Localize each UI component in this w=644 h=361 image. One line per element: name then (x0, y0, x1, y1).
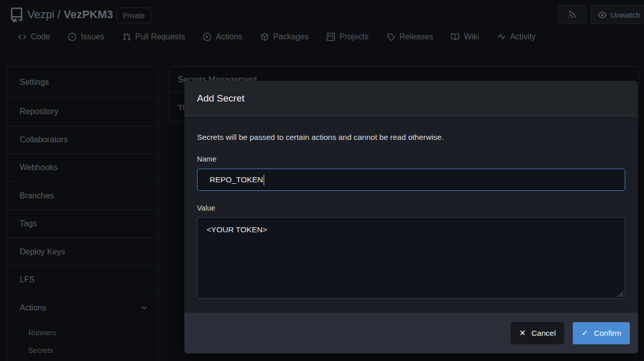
add-secret-modal: Add Secret Secrets will be passed to cer… (184, 81, 638, 353)
close-icon: ✕ (519, 328, 526, 338)
cancel-button[interactable]: ✕ Cancel (511, 322, 565, 344)
secret-name-value: REPO_TOKEN (210, 175, 263, 184)
cancel-button-label: Cancel (531, 329, 556, 338)
modal-title: Add Secret (184, 81, 638, 116)
text-cursor (264, 175, 265, 185)
secret-value-field-wrap: <YOUR TOKEN> (197, 217, 625, 299)
app-window: Vezpi/VezPKM3 Private Unwatch Code Issue… (0, 0, 644, 361)
secret-value-textarea[interactable]: <YOUR TOKEN> (197, 217, 625, 299)
resize-handle-icon[interactable] (617, 291, 624, 297)
modal-description: Secrets will be passed to certain action… (197, 133, 444, 142)
value-field-label: Value (197, 204, 215, 212)
confirm-button[interactable]: ✓ Confirm (573, 322, 630, 344)
secret-name-input[interactable]: REPO_TOKEN (197, 169, 625, 191)
modal-body: Secrets will be passed to certain action… (184, 116, 638, 313)
confirm-button-label: Confirm (594, 329, 621, 338)
check-icon: ✓ (581, 328, 588, 338)
name-field-label: Name (197, 155, 217, 163)
modal-footer: ✕ Cancel ✓ Confirm (184, 313, 638, 353)
